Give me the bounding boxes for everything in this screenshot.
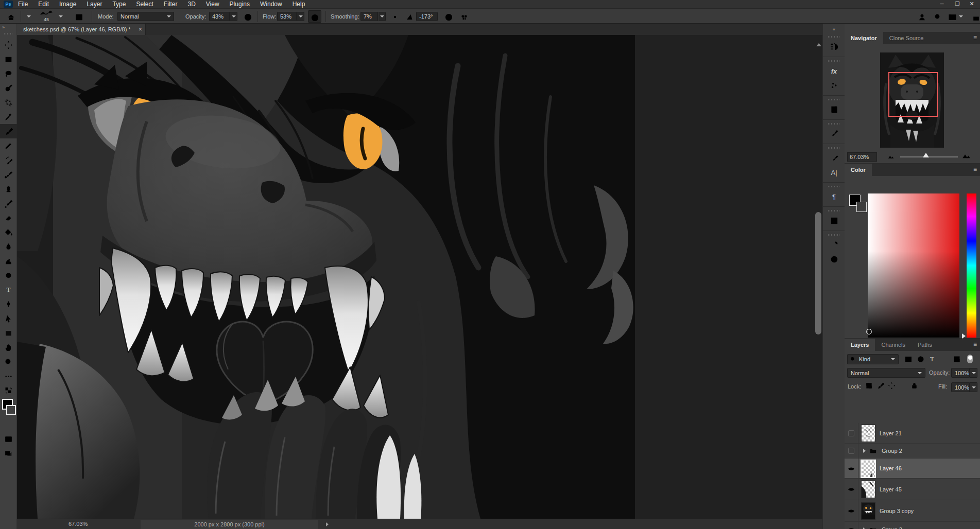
zoom-out-mountain-icon[interactable] [888,154,895,159]
brush-preset-chevron-icon[interactable] [59,15,63,17]
menu-select[interactable]: Select [131,0,158,8]
menu-3d[interactable]: 3D [182,0,200,8]
sponge-tool[interactable] [0,268,17,283]
menu-image[interactable]: Image [54,0,81,8]
zoom-tool[interactable] [0,355,17,369]
content-aware-move-tool[interactable] [0,153,17,167]
menu-edit[interactable]: Edit [33,0,54,8]
layer-row[interactable]: Layer 45 [845,479,980,500]
filter-smart-objects-icon[interactable] [953,355,961,363]
color-menu-icon[interactable]: ≡ [973,166,977,173]
minimize-button[interactable]: ─ [935,0,949,8]
menu-help[interactable]: Help [287,0,311,8]
search-button[interactable] [931,10,944,23]
tool-presets-panel-icon[interactable] [823,238,845,252]
home-button[interactable] [4,10,18,23]
share-invite-button[interactable] [916,10,929,23]
marquee-tool[interactable] [0,52,17,66]
lock-transparency-icon[interactable] [865,382,873,390]
hue-marker-icon[interactable] [962,333,966,339]
share-document-button[interactable] [969,10,980,23]
path-selection-tool[interactable] [0,311,17,326]
pen-tool[interactable] [0,297,17,311]
toggle-brush-settings-button[interactable] [72,10,85,23]
color-hue-strip[interactable] [967,193,976,338]
workspace-button[interactable] [945,10,959,23]
swap-colors-icon[interactable] [0,383,17,398]
tab-close-icon[interactable]: × [139,24,142,35]
move-tool[interactable] [0,38,17,52]
menu-window[interactable]: Window [255,0,287,8]
group-expand-chevron-icon[interactable] [863,527,866,529]
layer-row[interactable]: Group 3 copy [845,500,980,522]
crop-tool[interactable] [0,95,17,110]
screen-mode-button[interactable] [0,446,17,461]
lasso-tool[interactable] [0,66,17,81]
filter-shape-layers-icon[interactable] [940,355,949,363]
layers-menu-icon[interactable]: ≡ [973,341,977,348]
flow-chevron[interactable] [297,12,304,21]
layers-opacity-value[interactable]: 100% [951,368,970,378]
tab-paths[interactable]: Paths [912,339,938,351]
color-saturation-brightness-field[interactable] [868,193,959,338]
document-tab[interactable]: sketchess.psd @ 67% (Layer 46, RGB/8) * … [17,24,146,35]
menu-layer[interactable]: Layer [81,0,107,8]
vertical-scrollbar[interactable] [815,212,821,334]
history-brush-tool[interactable] [0,167,17,182]
layer-thumbnail[interactable] [862,461,875,477]
tool-preset-chevron-icon[interactable] [27,15,31,17]
visibility-toggle[interactable] [845,500,858,521]
lock-paint-icon[interactable] [876,382,884,390]
edit-toolbar-dots-icon[interactable] [0,369,17,383]
canvas-artwork[interactable] [17,35,635,519]
filter-pixel-layers-icon[interactable] [904,355,913,363]
opacity-chevron[interactable] [230,12,237,21]
visibility-toggle[interactable] [845,423,858,443]
visibility-toggle[interactable] [845,459,858,478]
menu-plugins[interactable]: Plugins [225,0,255,8]
group-row[interactable]: Group 3 [845,522,980,529]
navigator-zoom-slider[interactable] [900,156,958,157]
visibility-toggle[interactable] [845,522,858,529]
menu-file[interactable]: File [13,0,33,8]
airbrush-button[interactable] [308,10,321,23]
tab-clone-source[interactable]: Clone Source [883,32,930,44]
color-background-swatch[interactable] [856,202,867,212]
navigator-view-frame[interactable] [888,72,938,117]
opacity-pressure-button[interactable] [241,10,254,23]
glyphs-panel-icon[interactable] [823,214,845,228]
smudge-tool[interactable] [0,254,17,268]
brush-preset-picker[interactable]: 45 [36,10,57,22]
status-doc-info[interactable]: 2000 px x 2800 px (300 ppi) [141,520,318,529]
restore-button[interactable]: ❐ [950,0,965,8]
visibility-toggle[interactable] [845,444,858,458]
lock-artboard-icon[interactable] [899,382,907,390]
brush-tool-selected[interactable] [0,124,17,138]
layer-filter-kind-dropdown[interactable]: Kind [847,354,899,364]
brush-angle-value[interactable]: -173° [416,12,438,21]
libraries-panel-icon[interactable] [823,102,845,117]
adjustments-panel-icon[interactable] [823,78,845,93]
filter-adjustment-layers-icon[interactable] [917,355,925,363]
smoothing-options-gear-icon[interactable] [388,10,402,23]
flow-value[interactable]: 53% [277,12,297,21]
color-picker-ring-icon[interactable] [866,329,872,334]
layer-thumbnail[interactable] [862,481,875,498]
hand-tool[interactable] [0,340,17,355]
menu-type[interactable]: Type [107,0,131,8]
filter-toggle-switch[interactable] [967,355,973,363]
background-color-swatch[interactable] [6,405,16,415]
layer-row[interactable]: Layer 21 [845,423,980,444]
smoothing-chevron[interactable] [378,12,386,21]
paint-bucket-tool[interactable] [0,225,17,239]
tab-channels[interactable]: Channels [875,339,911,351]
visibility-toggle[interactable] [845,479,858,500]
lock-position-icon[interactable] [888,382,896,390]
menu-filter[interactable]: Filter [159,0,183,8]
layers-opacity-chevron[interactable] [970,368,977,378]
blend-mode-dropdown[interactable]: Normal [117,12,174,21]
dock-collapse-button[interactable]: « [823,26,845,33]
clone-stamp-tool[interactable] [0,182,17,196]
status-zoom-value[interactable]: 67.03% [68,521,88,527]
tab-navigator[interactable]: Navigator [845,32,883,44]
